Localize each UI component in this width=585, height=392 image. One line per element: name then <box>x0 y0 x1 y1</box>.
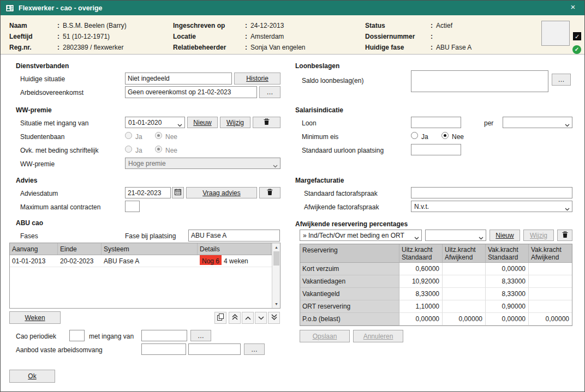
situatie-met-ingang-select[interactable]: 01-01-2020 <box>125 117 185 128</box>
standaard-factorafspraak-input[interactable] <box>411 187 572 198</box>
adviesdatum-label: Adviesdatum <box>20 190 58 197</box>
ww-wijzig-button[interactable]: Wijzig <box>220 117 250 128</box>
annuleren-button[interactable]: Annuleren <box>353 330 403 342</box>
ovk-ja-radio[interactable] <box>125 146 132 153</box>
column-header-details[interactable]: Details <box>198 243 271 255</box>
saldo-loonbeslag-input[interactable] <box>411 70 548 92</box>
header-label: Ingeschreven op <box>173 22 225 29</box>
ww-premie-select[interactable]: Hoge premie <box>125 158 280 169</box>
titlebar: Flexwerker - cao - overige × <box>1 1 584 15</box>
studentenbaan-nee-radio[interactable] <box>155 132 162 139</box>
reservering-row-ort[interactable]: ORT reservering 1,10000 0,90000 <box>300 300 572 313</box>
column-header-systeem[interactable]: Systeem <box>102 243 198 255</box>
colon: : <box>57 44 59 51</box>
adviesdatum-input[interactable] <box>125 187 171 198</box>
move-up-button[interactable] <box>242 312 254 324</box>
move-bottom-button[interactable] <box>268 312 280 324</box>
move-down-button[interactable] <box>255 312 267 324</box>
column-header-uitzkracht-standaard[interactable]: Uitz.krachtStandaard <box>399 244 443 262</box>
header-checkbox[interactable]: ✓ <box>573 32 581 40</box>
opslaan-button[interactable]: Opslaan <box>300 330 350 342</box>
section-advies: Advies <box>16 177 37 184</box>
scroll-down-icon[interactable]: ▼ <box>272 300 280 308</box>
fases-table-scrollbar[interactable]: ▲ ▼ <box>272 243 280 308</box>
scroll-up-icon[interactable]: ▲ <box>272 243 280 251</box>
copy-button[interactable] <box>214 312 226 324</box>
colon: : <box>57 33 59 40</box>
reservering-delete-button[interactable] <box>557 230 572 241</box>
loon-label: Loon <box>302 119 317 127</box>
arbeidsovereenkomst-more-button[interactable]: … <box>259 86 280 98</box>
afwijkende-factorafspraak-select[interactable]: N.v.t. <box>411 201 572 212</box>
radio-label: Nee <box>452 133 464 141</box>
fases-table-row[interactable]: 01-01-2013 20-02-2023 ABU Fase A Nog 64 … <box>10 255 280 267</box>
uurloon-input[interactable] <box>411 144 461 155</box>
studentenbaan-ja-radio[interactable] <box>125 132 132 139</box>
chevron-down-icon <box>273 162 278 170</box>
scrollbar-thumb[interactable] <box>273 251 279 266</box>
max-contracten-input[interactable] <box>125 201 140 212</box>
met-ingang-van-input[interactable] <box>141 330 187 341</box>
trash-icon <box>562 231 568 240</box>
minimum-eis-nee-radio[interactable] <box>441 132 449 139</box>
reservering-row-vakantiegeld[interactable]: Vakantiegeld 8,33000 8,33000 <box>300 288 572 300</box>
reservering-table: Reservering Uitz.krachtStandaard Uitz.kr… <box>300 244 572 326</box>
minimum-eis-ja-radio[interactable] <box>411 132 418 139</box>
advies-delete-button[interactable] <box>259 187 280 198</box>
saldo-loonbeslag-label: Saldo loonbeslag(en) <box>302 77 363 85</box>
ovk-nee-radio[interactable] <box>155 146 162 153</box>
arbeidsovereenkomst-input[interactable] <box>125 86 257 98</box>
ww-delete-button[interactable] <box>253 117 280 128</box>
column-header-vakkracht-standaard[interactable]: Vak.krachtStandaard <box>486 244 529 262</box>
reservering-nieuw-button[interactable]: Nieuw <box>490 230 520 241</box>
header-value-huidige-fase: ABU Fase A <box>436 44 471 51</box>
loon-input[interactable] <box>411 117 461 128</box>
met-ingang-van-label: met ingang van <box>89 333 134 340</box>
adviesdatum-calendar-button[interactable] <box>172 187 184 198</box>
column-header-reservering[interactable]: Reservering <box>300 244 399 262</box>
chevron-down-icon <box>177 121 182 129</box>
column-header-vakkracht-afwijkend[interactable]: Vak.krachtAfwijkend <box>529 244 572 262</box>
radio-label: Nee <box>165 147 177 154</box>
column-header-einde[interactable]: Einde <box>58 243 102 255</box>
chevron-up-icon <box>245 314 251 322</box>
fase-bij-plaatsing-input[interactable] <box>188 230 280 242</box>
cao-periodiek-input[interactable] <box>69 330 85 341</box>
aanbod-input-2[interactable] <box>188 343 241 355</box>
chevron-double-up-icon <box>232 314 238 322</box>
historie-button[interactable]: Historie <box>234 73 280 85</box>
met-ingang-more-button[interactable]: … <box>190 330 211 341</box>
reservering-table-header: Reservering Uitz.krachtStandaard Uitz.kr… <box>300 244 572 263</box>
chevron-down-icon <box>414 234 419 242</box>
header-label: Locatie <box>173 33 196 40</box>
reservering-filter-select[interactable]: » Ind/Tech/Ovr met beding en ORT <box>300 230 422 241</box>
reservering-wijzig-button[interactable]: Wijzig <box>523 230 554 241</box>
reservering-filter2-select[interactable] <box>425 230 486 241</box>
fases-table: Aanvang Einde Systeem Details 01-01-2013… <box>9 243 280 309</box>
vraag-advies-button[interactable]: Vraag advies <box>186 187 257 198</box>
reservering-row-vakantiedagen[interactable]: Vakantiedagen 10,92000 8,33000 <box>300 275 572 288</box>
aanbod-input-1[interactable] <box>141 343 186 355</box>
close-button[interactable]: × <box>568 2 578 13</box>
column-header-aanvang[interactable]: Aanvang <box>10 243 58 255</box>
saldo-more-button[interactable]: … <box>552 74 571 86</box>
reservering-row-pob[interactable]: P.o.b (belast) 0,00000 0,00000 0,00000 0… <box>300 313 572 325</box>
ww-nieuw-button[interactable]: Nieuw <box>187 117 218 128</box>
ok-button[interactable]: Ok <box>9 370 55 383</box>
aanbod-more-button[interactable]: … <box>244 343 265 355</box>
colon: : <box>245 22 247 29</box>
radio-label: Nee <box>165 133 177 141</box>
huidige-situatie-input[interactable] <box>125 73 232 85</box>
weken-button[interactable]: Weken <box>9 311 61 324</box>
standaard-factorafspraak-label: Standaard factorafspraak <box>304 190 378 197</box>
header-value-status: Actief <box>436 22 452 29</box>
app-icon <box>5 4 15 13</box>
column-header-uitzkracht-afwijkend[interactable]: Uitz.krachtAfwijkend <box>443 244 486 262</box>
colon: : <box>431 22 433 29</box>
header-label: Dossiernummer <box>365 33 415 40</box>
move-top-button[interactable] <box>229 312 241 324</box>
calendar-icon <box>175 189 181 197</box>
reservering-row-kort-verzuim[interactable]: Kort verzuim 0,60000 0,00000 <box>300 263 572 275</box>
per-select[interactable] <box>503 117 572 128</box>
weeks-remaining-badge: Nog 6 <box>200 255 222 265</box>
